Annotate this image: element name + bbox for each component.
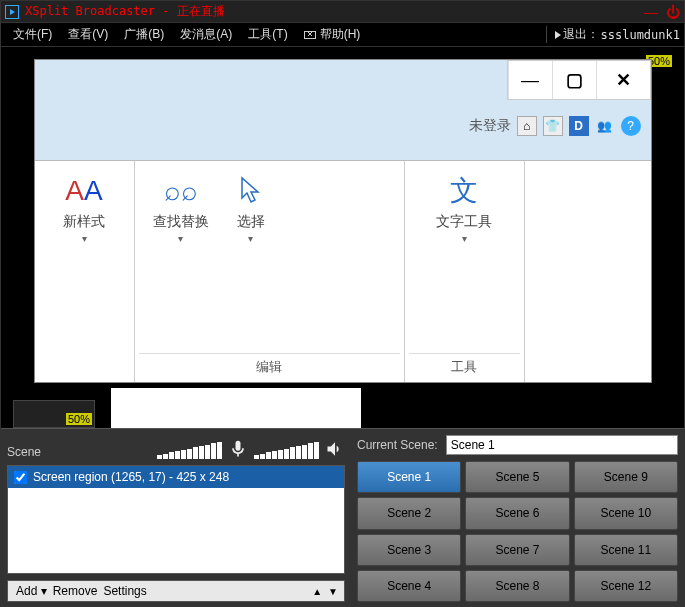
captured-min-button[interactable]: —	[508, 61, 552, 99]
speaker-meter[interactable]	[254, 442, 319, 459]
d-badge-icon[interactable]: D	[569, 116, 589, 136]
scenes-panel: Current Scene: Scene 1Scene 5Scene 9Scen…	[351, 429, 684, 607]
preview-thumbnail[interactable]: 50%	[13, 400, 95, 428]
exit-arrow-icon	[555, 31, 561, 39]
scene-button-12[interactable]: Scene 12	[574, 570, 678, 602]
scene-button-1[interactable]: Scene 1	[357, 461, 461, 493]
scene-button-9[interactable]: Scene 9	[574, 461, 678, 493]
ribbon-find-button[interactable]: ⌕⌕ 查找替换 ▾	[139, 167, 223, 353]
app-icon	[5, 5, 19, 19]
speaker-icon[interactable]	[325, 439, 345, 459]
ribbon-text-label: 文字工具	[436, 213, 492, 231]
captured-max-button[interactable]: ▢	[552, 61, 596, 99]
scene-button-11[interactable]: Scene 11	[574, 534, 678, 566]
source-label: Screen region (1265, 17) - 425 x 248	[33, 470, 229, 484]
mic-meter[interactable]	[157, 442, 222, 459]
chevron-down-icon: ▾	[462, 233, 467, 244]
chevron-down-icon: ▾	[82, 233, 87, 244]
scene-button-2[interactable]: Scene 2	[357, 497, 461, 529]
sources-panel: Scene Screen region (1265, 17) - 425 x 2…	[1, 429, 351, 607]
scene-button-7[interactable]: Scene 7	[465, 534, 569, 566]
menu-tools[interactable]: 工具(T)	[240, 24, 295, 45]
scene-button-3[interactable]: Scene 3	[357, 534, 461, 566]
captured-toolbar: 未登录 ⌂ 👕 D 👥 ?	[469, 116, 641, 136]
binoculars-icon: ⌕⌕	[164, 171, 198, 211]
source-settings-button[interactable]: Settings	[101, 582, 148, 600]
captured-ribbon: AA 新样式 ▾ ⌕⌕ 查找替换 ▾ 选择	[35, 160, 651, 382]
titlebar: XSplit Broadcaster - 正在直播 — ⏻	[1, 1, 684, 23]
scene-button-5[interactable]: Scene 5	[465, 461, 569, 493]
current-scene-label: Current Scene:	[357, 438, 438, 452]
audio-controls: Scene	[7, 435, 345, 459]
help-icon[interactable]: ?	[621, 116, 641, 136]
scene-button-6[interactable]: Scene 6	[465, 497, 569, 529]
menu-view[interactable]: 查看(V)	[60, 24, 116, 45]
mic-icon[interactable]	[228, 439, 248, 459]
captured-titlebar: — ▢ ✕	[507, 60, 651, 100]
add-source-button[interactable]: Add ▾	[14, 582, 49, 600]
window-title: XSplit Broadcaster - 正在直播	[25, 3, 644, 20]
ribbon-text-button[interactable]: 文 文字工具 ▾	[409, 167, 520, 353]
scene-section-label: Scene	[7, 445, 41, 459]
preview-area[interactable]: 50% — ▢ ✕ 未登录 ⌂ 👕 D 👥 ? AA 新样式 ▾	[1, 47, 684, 428]
ribbon-style-label: 新样式	[63, 213, 105, 231]
chevron-down-icon: ▾	[178, 233, 183, 244]
sources-list[interactable]: Screen region (1265, 17) - 425 x 248	[7, 465, 345, 574]
source-actions: Add ▾ Remove Settings ▲ ▼	[7, 580, 345, 602]
scene-button-10[interactable]: Scene 10	[574, 497, 678, 529]
remove-source-button[interactable]: Remove	[51, 582, 100, 600]
text-tool-icon: 文	[450, 171, 478, 211]
shirt-icon[interactable]: 👕	[543, 116, 563, 136]
source-checkbox[interactable]	[14, 471, 27, 484]
scene-grid: Scene 1Scene 5Scene 9Scene 2Scene 6Scene…	[357, 461, 678, 602]
ribbon-group-edit: 编辑	[139, 353, 400, 380]
ribbon-select-label: 选择	[237, 213, 265, 231]
close-button[interactable]: ⏻	[666, 4, 680, 20]
exit-user: ssslumdunk1	[601, 28, 680, 42]
move-down-button[interactable]: ▼	[328, 586, 338, 597]
menubar: 文件(F) 查看(V) 广播(B) 发消息(A) 工具(T) 帮助(H) 退出：…	[1, 23, 684, 47]
blank-region[interactable]	[111, 388, 361, 428]
source-item[interactable]: Screen region (1265, 17) - 425 x 248	[8, 466, 344, 488]
move-up-button[interactable]: ▲	[312, 586, 322, 597]
cursor-icon	[238, 171, 264, 211]
menu-help[interactable]: 帮助(H)	[296, 24, 369, 45]
thumbnail-strip: 50%	[13, 400, 95, 428]
menu-broadcast[interactable]: 广播(B)	[116, 24, 172, 45]
minimize-button[interactable]: —	[644, 4, 658, 20]
scene-button-8[interactable]: Scene 8	[465, 570, 569, 602]
controls-panel: Scene Screen region (1265, 17) - 425 x 2…	[1, 428, 684, 607]
menu-publish[interactable]: 发消息(A)	[172, 24, 240, 45]
chevron-down-icon: ▾	[248, 233, 253, 244]
ribbon-style-button[interactable]: AA 新样式 ▾	[39, 167, 130, 248]
home-icon[interactable]: ⌂	[517, 116, 537, 136]
thumb-zoom: 50%	[66, 413, 92, 425]
ribbon-select-button[interactable]: 选择 ▾	[223, 167, 279, 353]
ribbon-group-tools: 工具	[409, 353, 520, 380]
exit-label: 退出：	[563, 26, 599, 43]
current-scene-input[interactable]	[446, 435, 678, 455]
ribbon-find-label: 查找替换	[153, 213, 209, 231]
style-icon: AA	[65, 171, 102, 211]
scene-button-4[interactable]: Scene 4	[357, 570, 461, 602]
menu-help-label: 帮助(H)	[320, 26, 361, 43]
login-status[interactable]: 未登录	[469, 117, 511, 135]
captured-window[interactable]: — ▢ ✕ 未登录 ⌂ 👕 D 👥 ? AA 新样式 ▾	[34, 59, 652, 383]
captured-close-button[interactable]: ✕	[596, 61, 650, 99]
user-icon[interactable]: 👥	[595, 116, 615, 136]
menu-file[interactable]: 文件(F)	[5, 24, 60, 45]
menu-exit[interactable]: 退出： ssslumdunk1	[546, 26, 680, 43]
mail-icon	[304, 31, 316, 39]
